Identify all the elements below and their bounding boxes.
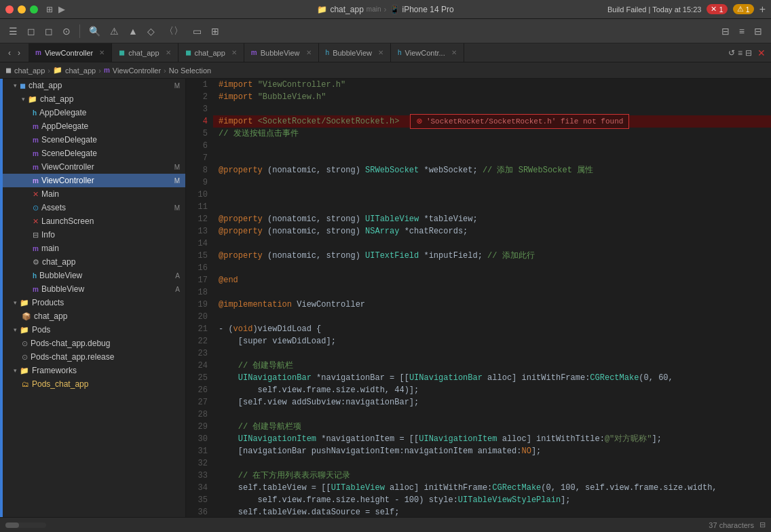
m-file-icon: m bbox=[33, 164, 39, 171]
code-line-26: self.view.frame.size.width, 44)]; bbox=[213, 384, 771, 396]
line-num-10: 10 bbox=[186, 189, 208, 201]
sidebar-item-main-x[interactable]: ✕ Main bbox=[3, 187, 185, 201]
sidebar-item-launchscreen[interactable]: ✕ LaunchScreen bbox=[3, 214, 185, 228]
sidebar-item-chat-app-m[interactable]: ⚙ chat_app bbox=[3, 255, 185, 269]
sidebar-label: Pods_chat_app bbox=[32, 379, 180, 389]
sidebar-item-bubbleview-h[interactable]: h BubbleView A bbox=[3, 269, 185, 282]
code-line-20 bbox=[213, 311, 771, 323]
add-button[interactable]: + bbox=[759, 3, 766, 16]
play-button[interactable]: ▶ bbox=[58, 4, 65, 14]
sidebar-item-viewcontroller-1[interactable]: m ViewController M bbox=[3, 160, 185, 174]
layout-icon[interactable]: ⊟ bbox=[718, 24, 733, 39]
code-line-22: [super viewDidLoad]; bbox=[213, 335, 771, 347]
close-file-icon[interactable]: ✕ bbox=[757, 48, 766, 58]
pods-icon: ⊙ bbox=[22, 339, 28, 348]
sidebar-item-chat-app-group[interactable]: ▾ 📁 chat_app bbox=[3, 92, 185, 106]
sidebar-item-appdelegate-h[interactable]: h AppDelegate bbox=[3, 106, 185, 119]
code-line-8: @property (nonatomic, strong) SRWebSocke… bbox=[213, 164, 771, 176]
breadcrumb-proj-icon: ◼ bbox=[5, 66, 12, 75]
tab-chat-app-2[interactable]: ◼ chat_app ✕ bbox=[178, 43, 244, 62]
search-icon[interactable]: 🔍 bbox=[86, 24, 104, 39]
tab-close-button[interactable]: ✕ bbox=[306, 49, 312, 56]
code-line-33: // 在下方用列表表示聊天记录 bbox=[213, 470, 771, 482]
minimize-button[interactable] bbox=[18, 5, 26, 14]
traffic-lights[interactable] bbox=[5, 5, 38, 14]
code-icon[interactable]: 〈〉 bbox=[161, 23, 187, 39]
sidebar-item-info[interactable]: ⊟ Info bbox=[3, 228, 185, 242]
panel-icon[interactable]: ⊟ bbox=[751, 24, 766, 39]
grid-icon[interactable]: ⊞ bbox=[208, 24, 223, 39]
tab-viewcontroller-h[interactable]: h ViewContr... ✕ bbox=[391, 43, 464, 62]
tab-close-button[interactable]: ✕ bbox=[166, 49, 171, 56]
diamond-icon[interactable]: ◇ bbox=[144, 24, 158, 39]
navigator-back-icon[interactable]: ◻ bbox=[24, 24, 39, 39]
sidebar-label: ViewController bbox=[41, 176, 172, 185]
tab-viewcontroller-m[interactable]: m ViewController ✕ bbox=[29, 43, 112, 62]
project-icon: 📁 bbox=[317, 5, 327, 14]
tab-split-icon[interactable]: ≡ bbox=[738, 48, 742, 58]
fullscreen-button[interactable] bbox=[30, 5, 38, 14]
close-button[interactable] bbox=[5, 5, 14, 14]
tab-label: chat_app bbox=[195, 49, 225, 57]
tab-bubbleview-h[interactable]: h BubbleView ✕ bbox=[319, 43, 391, 62]
tab-close-button[interactable]: ✕ bbox=[451, 49, 457, 56]
navigator-forward-icon[interactable]: ◻ bbox=[41, 24, 56, 39]
sidebar-label: AppDelegate bbox=[39, 108, 180, 117]
main-area: ▾ ◼ chat_app M ▾ 📁 chat_app h AppDelegat… bbox=[0, 79, 771, 532]
tab-close-button[interactable]: ✕ bbox=[99, 49, 105, 56]
tab-close-button[interactable]: ✕ bbox=[378, 49, 383, 56]
sidebar-badge: M bbox=[174, 177, 180, 185]
sidebar-item-scenedelegate-h[interactable]: m SceneDelegate bbox=[3, 147, 185, 160]
tab-back-button[interactable]: ‹ bbox=[5, 47, 14, 59]
sidebar-item-main-m[interactable]: m main bbox=[3, 242, 185, 255]
warning-badge[interactable]: ⚠ 1 bbox=[733, 4, 754, 14]
line-num-23: 23 bbox=[186, 347, 208, 360]
tab-proj-icon: ◼ bbox=[185, 48, 191, 57]
filter-icon[interactable]: ⚠ bbox=[107, 24, 122, 39]
sidebar-item-products[interactable]: ▾ 📁 Products bbox=[3, 296, 185, 309]
sidebar-item-viewcontroller-selected[interactable]: m ViewController M bbox=[3, 174, 185, 187]
breadcrumb-chat-app-1[interactable]: chat_app bbox=[14, 66, 45, 75]
device-icon: 📱 bbox=[390, 5, 400, 14]
sidebar-label: Pods bbox=[32, 325, 180, 335]
breadcrumb-chat-app-2[interactable]: chat_app bbox=[65, 66, 96, 75]
tab-label: BubbleView bbox=[333, 49, 372, 57]
sidebar-label: Frameworks bbox=[32, 366, 180, 375]
sidebar-item-pods[interactable]: ▾ 📁 Pods bbox=[3, 323, 185, 337]
rect-icon[interactable]: ▭ bbox=[189, 24, 205, 39]
sidebar-item-appdelegate-m[interactable]: m AppDelegate bbox=[3, 119, 185, 133]
error-badge[interactable]: ✕ 1 bbox=[707, 4, 727, 14]
sidebar-item-frameworks[interactable]: ▾ 📁 Frameworks bbox=[3, 364, 185, 377]
line-num-29: 29 bbox=[186, 421, 208, 433]
breadcrumb-no-selection: No Selection bbox=[169, 66, 211, 75]
tab-refresh-icon[interactable]: ↺ bbox=[728, 48, 735, 58]
sidebar-label: SceneDelegate bbox=[41, 149, 180, 158]
sidebar-item-pods-debug[interactable]: ⊙ Pods-chat_app.debug bbox=[3, 337, 185, 350]
line-num-16: 16 bbox=[186, 262, 208, 274]
chevron-down-icon: ▾ bbox=[14, 367, 17, 374]
breadcrumb-viewcontroller[interactable]: ViewController bbox=[113, 66, 161, 75]
line-numbers: 1 2 3 4 5 6 7 8 9 10 11 12 13 14 15 16 1… bbox=[186, 79, 213, 532]
code-editor[interactable]: 1 2 3 4 5 6 7 8 9 10 11 12 13 14 15 16 1… bbox=[186, 79, 771, 532]
tab-close-button[interactable]: ✕ bbox=[231, 49, 237, 56]
sidebar-item-chat-app-product[interactable]: 📦 chat_app bbox=[3, 309, 185, 323]
tab-more-icon[interactable]: ⊟ bbox=[745, 48, 752, 58]
tab-bubbleview-m[interactable]: m BubbleView ✕ bbox=[244, 43, 319, 62]
sidebar-item-chat-app-root[interactable]: ▾ ◼ chat_app M bbox=[3, 79, 185, 92]
tab-chat-app-1[interactable]: ◼ chat_app ✕ bbox=[112, 43, 178, 62]
sidebar-item-pods-release[interactable]: ⊙ Pods-chat_app.release bbox=[3, 350, 185, 364]
sidebar-item-assets[interactable]: ⊙ Assets M bbox=[3, 201, 185, 214]
sidebar-label: chat_app bbox=[29, 81, 172, 90]
hierarchy-icon[interactable]: ⊙ bbox=[59, 24, 74, 39]
sidebar-item-scenedelegate-m[interactable]: m SceneDelegate bbox=[3, 133, 185, 147]
sidebar-item-bubbleview-m[interactable]: m BubbleView A bbox=[3, 282, 185, 296]
line-num-1: 1 bbox=[186, 79, 208, 91]
sidebar-toggle-icon[interactable]: ☰ bbox=[5, 24, 21, 39]
tab-forward-button[interactable]: › bbox=[15, 47, 23, 59]
sidebar-item-pods-chat-app-fw[interactable]: 🗂 Pods_chat_app bbox=[3, 377, 185, 391]
horizontal-scroll[interactable] bbox=[5, 522, 46, 528]
tab-type-icon: h bbox=[326, 49, 330, 56]
warning-nav-icon[interactable]: ▲ bbox=[125, 24, 141, 39]
inspector-icon[interactable]: ≡ bbox=[736, 24, 748, 39]
expand-icon[interactable]: ⊟ bbox=[759, 520, 766, 529]
